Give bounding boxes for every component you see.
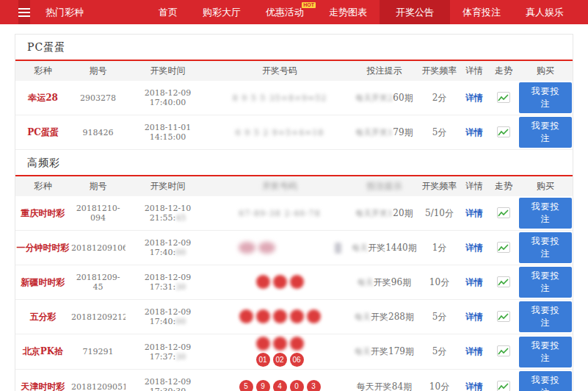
draw-time: 2018-12-09 17:37:30: [126, 334, 210, 370]
detail-link[interactable]: 详情: [465, 312, 483, 322]
detail-link[interactable]: 详情: [465, 346, 483, 356]
bet-now-button[interactable]: 我要投注: [519, 371, 572, 391]
pcdandan-table: 彩种 期号 开奖时间 开奖号码 投注提示 开奖频率 详情 走势 购买 幸运28 …: [15, 61, 573, 150]
lottery-ball: [290, 337, 304, 351]
lottery-name-link[interactable]: 天津时时彩: [15, 370, 70, 391]
bet-tip: 每天开奖84期: [349, 370, 419, 391]
bet-tip: 每天开奖288期: [349, 300, 419, 334]
table-row: 天津时时彩 20181209051 2018-12-09 17:30:30 59…: [15, 370, 573, 391]
table-row: 重庆时时彩 20181210-094 2018-12-10 21:55:45 6…: [15, 196, 573, 231]
draw-frequency: 5分: [419, 334, 460, 370]
table-header-row: 彩种 期号 开奖时间 开奖号码 投注提示 开奖频率 详情 走势 购买: [15, 61, 573, 81]
hamburger-menu-button[interactable]: [18, 0, 30, 24]
top-nav-bar: 热门彩种 首页 购彩大厅 优惠活动 HOT 走势图表 开奖公告 体育投注 真人娱…: [0, 0, 588, 24]
detail-link[interactable]: 详情: [465, 127, 483, 137]
lottery-name-link[interactable]: 重庆时时彩: [15, 196, 70, 231]
trend-chart-icon[interactable]: [497, 92, 510, 103]
draw-numbers: [210, 300, 349, 334]
bet-tip: 每天开奖96期: [349, 265, 419, 300]
nav-item-promotions[interactable]: 优惠活动 HOT: [253, 0, 316, 24]
draw-numbers-blurred: 6 9 5 2 9+5+4=18: [210, 115, 349, 150]
trend-chart-icon[interactable]: [497, 381, 510, 391]
detail-link[interactable]: 详情: [465, 277, 483, 287]
nav-item-draw-announcements[interactable]: 开奖公告: [380, 0, 450, 24]
detail-link[interactable]: 详情: [465, 381, 483, 391]
draw-time: 2018-12-09 17:40:00: [126, 81, 210, 115]
trend-chart-icon[interactable]: [497, 311, 510, 322]
table-row: 新疆时时彩 20181209-45 2018-12-09 17:31:30 每天…: [15, 265, 573, 300]
blurred-number-blob: [335, 243, 341, 254]
hot-badge: HOT: [302, 2, 316, 8]
nav-item-home[interactable]: 首页: [146, 0, 190, 24]
draw-frequency: 10分: [419, 370, 460, 391]
lottery-ball: [273, 275, 287, 289]
nav-item-ag-games[interactable]: AG电子: [576, 0, 588, 24]
bet-now-button[interactable]: 我要投注: [519, 301, 572, 332]
issue-number: 20181209-45: [70, 265, 126, 300]
lottery-name-link[interactable]: 新疆时时彩: [15, 265, 70, 300]
lottery-name-link[interactable]: 一分钟时时彩: [15, 231, 70, 265]
lottery-ball: 0: [290, 380, 304, 391]
lottery-ball: [273, 309, 287, 323]
issue-number: 2903278: [70, 81, 126, 115]
bet-now-button[interactable]: 我要投注: [519, 232, 572, 263]
lottery-ball: 4: [273, 380, 287, 391]
issue-number: 719291: [70, 334, 126, 370]
lottery-name-link[interactable]: 北京PK拾: [15, 334, 70, 370]
high-frequency-table: 彩种 期号 开奖时间 开奖号码 投注提示 开奖频率 详情 走势 购买 重庆时时彩…: [15, 176, 573, 391]
lottery-ball: [290, 275, 304, 289]
nav-item-live-casino[interactable]: 真人娱乐: [513, 0, 576, 24]
table-row: 北京PK拾 719291 2018-12-09 17:37:30 010206 …: [15, 334, 573, 370]
nav-item-sports-betting[interactable]: 体育投注: [450, 0, 513, 24]
draw-numbers: 010206: [210, 334, 349, 370]
bet-tip: 每天开奖179期: [349, 115, 419, 150]
draw-frequency: 1分: [419, 231, 460, 265]
lottery-ball: [239, 309, 253, 323]
section-title-pcdandan: PC蛋蛋: [15, 35, 573, 60]
section-title-high-frequency: 高频彩: [15, 150, 573, 175]
draw-time: 2018-11-01 14:15:00: [126, 115, 210, 150]
draw-numbers-blurred: [210, 231, 349, 265]
draw-time: 2018-12-10 21:55:45: [126, 196, 210, 231]
lottery-ball: 9: [256, 380, 270, 391]
draw-frequency: 10分: [419, 265, 460, 300]
lottery-name-link[interactable]: 五分彩: [15, 300, 70, 334]
bet-tip: 每天开奖179期: [349, 334, 419, 370]
lottery-ball: [256, 337, 270, 351]
trend-chart-icon[interactable]: [497, 345, 510, 356]
draw-time: 2018-12-09 17:40:00: [126, 231, 210, 265]
nav-item-hot-lotteries[interactable]: 热门彩种: [33, 0, 96, 24]
bet-now-button[interactable]: 我要投注: [519, 337, 572, 367]
draw-numbers: 59403: [210, 370, 349, 391]
lottery-ball: 02: [273, 353, 287, 367]
detail-link[interactable]: 详情: [465, 208, 483, 218]
bet-now-button[interactable]: 我要投注: [519, 82, 572, 113]
trend-chart-icon[interactable]: [497, 126, 510, 137]
lottery-ball: 06: [290, 353, 304, 367]
draw-frequency: 5/10分: [419, 196, 460, 231]
menu-icon: [18, 8, 30, 10]
nav-item-trend-charts[interactable]: 走势图表: [316, 0, 380, 24]
trend-chart-icon[interactable]: [497, 207, 510, 218]
bet-now-button[interactable]: 我要投注: [519, 267, 572, 298]
trend-chart-icon[interactable]: [497, 242, 510, 253]
lottery-ball: [307, 309, 321, 323]
trend-chart-icon[interactable]: [497, 276, 510, 287]
bet-now-button[interactable]: 我要投注: [519, 198, 572, 229]
lottery-ball: [256, 275, 270, 289]
nav-item-lottery-hall[interactable]: 购彩大厅: [190, 0, 253, 24]
results-panel: PC蛋蛋 彩种 期号 开奖时间 开奖号码 投注提示 开奖频率 详情 走势 购买 …: [15, 34, 573, 391]
bet-now-button[interactable]: 我要投注: [519, 117, 572, 148]
draw-numbers-blurred: 8 9 5 5 35+8+9=52: [210, 81, 349, 115]
lottery-name-link[interactable]: PC蛋蛋: [15, 115, 70, 150]
lottery-name-link[interactable]: 幸运28: [15, 81, 70, 115]
issue-number: 918426: [70, 115, 126, 150]
issue-number: 20181210-094: [70, 196, 126, 231]
detail-link[interactable]: 详情: [465, 93, 483, 103]
detail-link[interactable]: 详情: [465, 243, 483, 253]
bet-tip: 每天开奖260期: [349, 81, 419, 115]
lottery-ball: [290, 309, 304, 323]
table-row: 幸运28 2903278 2018-12-09 17:40:00 8 9 5 5…: [15, 81, 573, 115]
lottery-ball: 01: [256, 353, 270, 367]
draw-frequency: 5分: [419, 115, 460, 150]
